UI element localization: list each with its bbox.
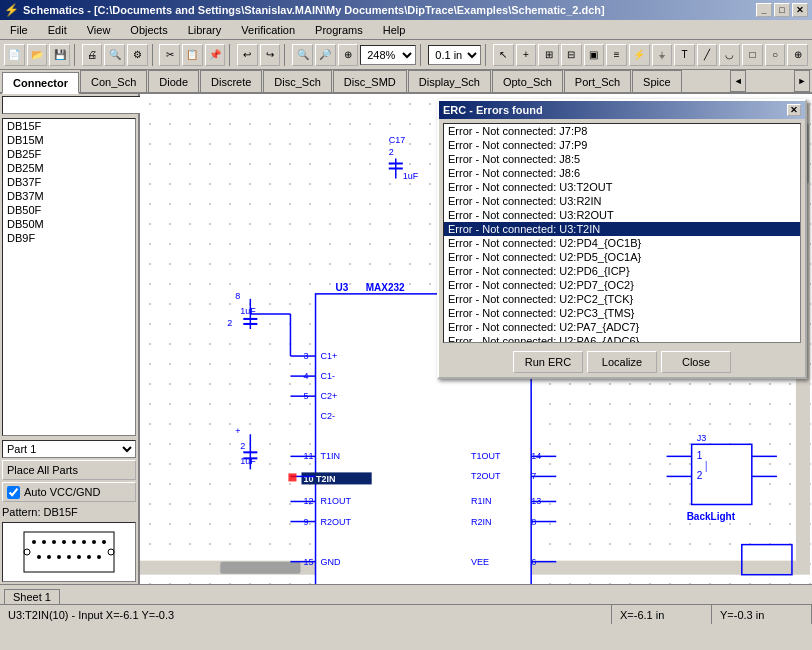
status-left: U3:T2IN(10) - Input X=-6.1 Y=-0.3	[0, 605, 612, 624]
bus-tool[interactable]: ▣	[584, 44, 605, 66]
svg-point-14	[87, 555, 91, 559]
erc-item-10[interactable]: Error - Not connected: U2:PD6_{ICP}	[444, 264, 800, 278]
erc-item-7[interactable]: Error - Not connected: U3:T2IN	[444, 222, 800, 236]
unit-select[interactable]: 0.1 in	[428, 45, 481, 65]
tab-display-sch[interactable]: Display_Sch	[408, 70, 491, 92]
erc-item-4[interactable]: Error - Not connected: U3:T2OUT	[444, 180, 800, 194]
search-input[interactable]	[2, 96, 146, 114]
route-tool[interactable]: ⊞	[538, 44, 559, 66]
svg-text:J3: J3	[697, 433, 707, 443]
component-tool[interactable]: ⊕	[787, 44, 808, 66]
part-db9f[interactable]: DB9F	[3, 231, 135, 245]
erc-item-15[interactable]: Error - Not connected: U2:PA6_{ADC6}	[444, 334, 800, 343]
new-button[interactable]: 📄	[4, 44, 25, 66]
svg-point-7	[92, 540, 96, 544]
erc-item-12[interactable]: Error - Not connected: U2:PC2_{TCK}	[444, 292, 800, 306]
place-all-parts-button[interactable]: Place All Parts	[2, 460, 136, 480]
text-tool[interactable]: T	[674, 44, 695, 66]
menu-verification[interactable]: Verification	[235, 22, 301, 38]
menu-objects[interactable]: Objects	[124, 22, 173, 38]
erc-close-button[interactable]: ✕	[787, 104, 801, 116]
erc-item-9[interactable]: Error - Not connected: U2:PD5_{OC1A}	[444, 250, 800, 264]
erc-error-list[interactable]: Error - Not connected: J7:P8Error - Not …	[443, 123, 801, 343]
tab-spice[interactable]: Spice	[632, 70, 682, 92]
paste-button[interactable]: 📌	[205, 44, 226, 66]
menu-library[interactable]: Library	[182, 22, 228, 38]
part-db37f[interactable]: DB37F	[3, 175, 135, 189]
power-tool[interactable]: ⚡	[629, 44, 650, 66]
tab-discrete[interactable]: Discrete	[200, 70, 262, 92]
sheet-tab-1[interactable]: Sheet 1	[4, 589, 60, 604]
tab-diode[interactable]: Diode	[148, 70, 199, 92]
close-window-button[interactable]: ✕	[792, 3, 808, 17]
menu-help[interactable]: Help	[377, 22, 412, 38]
tab-con-sch[interactable]: Con_Sch	[80, 70, 147, 92]
part-db25m[interactable]: DB25M	[3, 161, 135, 175]
pointer-tool[interactable]: ↖	[493, 44, 514, 66]
erc-item-14[interactable]: Error - Not connected: U2:PA7_{ADC7}	[444, 320, 800, 334]
localize-button[interactable]: Localize	[587, 351, 657, 373]
zoom-in-button[interactable]: 🔎	[315, 44, 336, 66]
run-erc-button[interactable]: Run ERC	[513, 351, 583, 373]
undo-button[interactable]: ↩	[237, 44, 258, 66]
redo-button[interactable]: ↪	[260, 44, 281, 66]
part-db25f[interactable]: DB25F	[3, 147, 135, 161]
maximize-button[interactable]: □	[774, 3, 790, 17]
arc-tool[interactable]: ◡	[719, 44, 740, 66]
erc-item-13[interactable]: Error - Not connected: U2:PC3_{TMS}	[444, 306, 800, 320]
erc-item-2[interactable]: Error - Not connected: J8:5	[444, 152, 800, 166]
print-settings-button[interactable]: ⚙	[127, 44, 148, 66]
part-db37m[interactable]: DB37M	[3, 189, 135, 203]
part-db50m[interactable]: DB50M	[3, 217, 135, 231]
erc-title-bar[interactable]: ERC - Errors found ✕	[439, 101, 805, 119]
erc-item-0[interactable]: Error - Not connected: J7:P8	[444, 124, 800, 138]
line-tool[interactable]: ╱	[697, 44, 718, 66]
menu-edit[interactable]: Edit	[42, 22, 73, 38]
menu-file[interactable]: File	[4, 22, 34, 38]
tab-port-sch[interactable]: Port_Sch	[564, 70, 631, 92]
erc-item-5[interactable]: Error - Not connected: U3:R2IN	[444, 194, 800, 208]
part-list[interactable]: DB15F DB15M DB25F DB25M DB37F DB37M DB50…	[2, 118, 136, 436]
plus-tool[interactable]: +	[516, 44, 537, 66]
gnd-tool[interactable]: ⏚	[652, 44, 673, 66]
tab-connector[interactable]: Connector	[2, 72, 79, 94]
save-button[interactable]: 💾	[49, 44, 70, 66]
cut-button[interactable]: ✂	[159, 44, 180, 66]
menu-view[interactable]: View	[81, 22, 117, 38]
open-button[interactable]: 📂	[27, 44, 48, 66]
net-tool[interactable]: ≡	[606, 44, 627, 66]
copy-button[interactable]: 📋	[182, 44, 203, 66]
zoom-select[interactable]: 248%	[360, 45, 416, 65]
part-panel-bottom: Part 1 Place All Parts Auto VCC/GND Patt…	[2, 440, 136, 582]
svg-text:MAX232: MAX232	[366, 282, 405, 293]
close-erc-button[interactable]: Close	[661, 351, 731, 373]
part-group-select[interactable]: Part 1	[2, 440, 136, 458]
zoom-out-button[interactable]: 🔍	[292, 44, 313, 66]
erc-item-8[interactable]: Error - Not connected: U2:PD4_{OC1B}	[444, 236, 800, 250]
print-preview-button[interactable]: 🔍	[104, 44, 125, 66]
part-db15m[interactable]: DB15M	[3, 133, 135, 147]
tabs-scroll-left[interactable]: ◄	[730, 70, 746, 92]
tab-disc-sch[interactable]: Disc_Sch	[263, 70, 331, 92]
wire-tool[interactable]: ⊟	[561, 44, 582, 66]
tab-disc-smd[interactable]: Disc_SMD	[333, 70, 407, 92]
zoom-area-button[interactable]: ⊕	[338, 44, 359, 66]
minimize-button[interactable]: _	[756, 3, 772, 17]
tab-opto-sch[interactable]: Opto_Sch	[492, 70, 563, 92]
svg-point-11	[57, 555, 61, 559]
erc-item-3[interactable]: Error - Not connected: J8:6	[444, 166, 800, 180]
menu-programs[interactable]: Programs	[309, 22, 369, 38]
auto-vcc-gnd-checkbox[interactable]	[7, 486, 20, 499]
print-button[interactable]: 🖨	[82, 44, 103, 66]
toolbar-sep4	[284, 44, 288, 66]
part-db15f[interactable]: DB15F	[3, 119, 135, 133]
circle-tool[interactable]: ○	[765, 44, 786, 66]
erc-item-6[interactable]: Error - Not connected: U3:R2OUT	[444, 208, 800, 222]
auto-vcc-gnd-button[interactable]: Auto VCC/GND	[2, 482, 136, 502]
canvas-area[interactable]: C17 2 1uF 8 1uF 2 + 2 1uF U3 MAX232	[140, 94, 812, 584]
erc-item-1[interactable]: Error - Not connected: J7:P9	[444, 138, 800, 152]
erc-item-11[interactable]: Error - Not connected: U2:PD7_{OC2}	[444, 278, 800, 292]
tabs-scroll-right[interactable]: ►	[794, 70, 810, 92]
rect-tool[interactable]: □	[742, 44, 763, 66]
part-db50f[interactable]: DB50F	[3, 203, 135, 217]
